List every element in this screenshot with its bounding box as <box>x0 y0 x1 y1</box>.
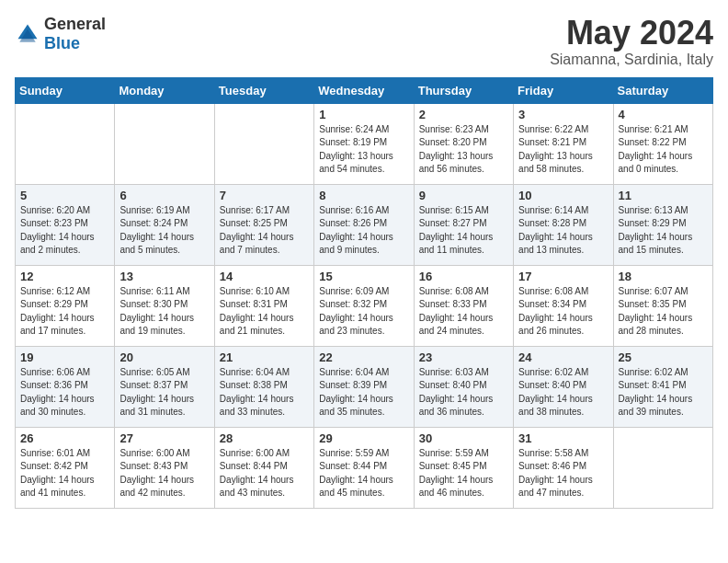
location-title: Siamanna, Sardinia, Italy <box>550 52 713 68</box>
day-number: 28 <box>220 431 309 445</box>
day-number: 21 <box>220 350 309 364</box>
day-number: 19 <box>20 350 109 364</box>
calendar-cell: 20Sunrise: 6:05 AMSunset: 8:37 PMDayligh… <box>115 346 214 427</box>
calendar-cell: 13Sunrise: 6:11 AMSunset: 8:30 PMDayligh… <box>115 265 214 346</box>
week-row-2: 5Sunrise: 6:20 AMSunset: 8:23 PMDaylight… <box>16 184 713 265</box>
week-row-5: 26Sunrise: 6:01 AMSunset: 8:42 PMDayligh… <box>16 427 713 508</box>
day-number: 10 <box>518 189 608 202</box>
month-title: May 2024 <box>550 15 713 52</box>
logo: General Blue <box>15 15 106 53</box>
calendar-cell: 2Sunrise: 6:23 AMSunset: 8:20 PMDaylight… <box>414 103 513 184</box>
title-area: May 2024 Siamanna, Sardinia, Italy <box>550 15 713 68</box>
calendar-cell: 31Sunrise: 5:58 AMSunset: 8:46 PMDayligh… <box>514 427 613 508</box>
day-number: 14 <box>220 270 309 283</box>
cell-info: Sunrise: 6:02 AMSunset: 8:40 PMDaylight:… <box>518 366 608 419</box>
calendar-cell: 16Sunrise: 6:08 AMSunset: 8:33 PMDayligh… <box>414 265 513 346</box>
calendar-cell <box>115 103 214 184</box>
calendar-cell: 4Sunrise: 6:21 AMSunset: 8:22 PMDaylight… <box>613 103 712 184</box>
weekday-header-wednesday: Wednesday <box>314 77 414 103</box>
weekday-header-sunday: Sunday <box>16 77 115 103</box>
cell-info: Sunrise: 6:01 AMSunset: 8:42 PMDaylight:… <box>20 447 109 500</box>
calendar-cell: 9Sunrise: 6:15 AMSunset: 8:27 PMDaylight… <box>414 184 513 265</box>
day-number: 15 <box>319 270 408 283</box>
calendar-body: 1Sunrise: 6:24 AMSunset: 8:19 PMDaylight… <box>16 103 713 508</box>
day-number: 8 <box>319 189 408 202</box>
calendar-cell: 17Sunrise: 6:08 AMSunset: 8:34 PMDayligh… <box>514 265 613 346</box>
calendar-cell: 3Sunrise: 6:22 AMSunset: 8:21 PMDaylight… <box>514 103 613 184</box>
cell-info: Sunrise: 6:09 AMSunset: 8:32 PMDaylight:… <box>319 285 408 339</box>
cell-info: Sunrise: 6:04 AMSunset: 8:38 PMDaylight:… <box>220 366 309 419</box>
cell-info: Sunrise: 6:10 AMSunset: 8:31 PMDaylight:… <box>220 285 309 339</box>
calendar-cell: 15Sunrise: 6:09 AMSunset: 8:32 PMDayligh… <box>314 265 414 346</box>
calendar-cell: 19Sunrise: 6:06 AMSunset: 8:36 PMDayligh… <box>16 346 115 427</box>
day-number: 24 <box>518 350 608 364</box>
weekday-header-monday: Monday <box>115 77 214 103</box>
calendar-cell: 25Sunrise: 6:02 AMSunset: 8:41 PMDayligh… <box>613 346 712 427</box>
cell-info: Sunrise: 6:07 AMSunset: 8:35 PMDaylight:… <box>619 285 708 339</box>
cell-info: Sunrise: 6:11 AMSunset: 8:30 PMDaylight:… <box>119 285 209 339</box>
cell-info: Sunrise: 6:06 AMSunset: 8:36 PMDaylight:… <box>20 366 109 419</box>
calendar-cell: 7Sunrise: 6:17 AMSunset: 8:25 PMDaylight… <box>214 184 313 265</box>
cell-info: Sunrise: 6:00 AMSunset: 8:44 PMDaylight:… <box>220 447 309 500</box>
day-number: 22 <box>319 350 408 364</box>
day-number: 26 <box>20 431 109 445</box>
day-number: 4 <box>619 108 708 121</box>
day-number: 12 <box>20 270 109 283</box>
cell-info: Sunrise: 6:02 AMSunset: 8:41 PMDaylight:… <box>619 366 708 419</box>
cell-info: Sunrise: 6:00 AMSunset: 8:43 PMDaylight:… <box>119 447 209 500</box>
cell-info: Sunrise: 6:16 AMSunset: 8:26 PMDaylight:… <box>319 204 408 258</box>
day-number: 2 <box>419 108 508 121</box>
day-number: 30 <box>419 431 508 445</box>
calendar-cell: 6Sunrise: 6:19 AMSunset: 8:24 PMDaylight… <box>115 184 214 265</box>
cell-info: Sunrise: 6:17 AMSunset: 8:25 PMDaylight:… <box>220 204 309 258</box>
cell-info: Sunrise: 6:15 AMSunset: 8:27 PMDaylight:… <box>419 204 508 258</box>
cell-info: Sunrise: 6:05 AMSunset: 8:37 PMDaylight:… <box>119 366 209 419</box>
cell-info: Sunrise: 6:08 AMSunset: 8:33 PMDaylight:… <box>419 285 508 339</box>
day-number: 18 <box>619 270 708 283</box>
calendar-cell: 23Sunrise: 6:03 AMSunset: 8:40 PMDayligh… <box>414 346 513 427</box>
calendar-cell: 11Sunrise: 6:13 AMSunset: 8:29 PMDayligh… <box>613 184 712 265</box>
cell-info: Sunrise: 6:23 AMSunset: 8:20 PMDaylight:… <box>419 123 508 177</box>
logo-blue: Blue <box>44 34 80 52</box>
day-number: 6 <box>119 189 209 202</box>
week-row-4: 19Sunrise: 6:06 AMSunset: 8:36 PMDayligh… <box>16 346 713 427</box>
cell-info: Sunrise: 6:19 AMSunset: 8:24 PMDaylight:… <box>119 204 209 258</box>
day-number: 5 <box>20 189 109 202</box>
day-number: 20 <box>119 350 209 364</box>
calendar-cell: 8Sunrise: 6:16 AMSunset: 8:26 PMDaylight… <box>314 184 414 265</box>
cell-info: Sunrise: 6:24 AMSunset: 8:19 PMDaylight:… <box>319 123 408 177</box>
calendar-cell: 22Sunrise: 6:04 AMSunset: 8:39 PMDayligh… <box>314 346 414 427</box>
header: General Blue May 2024 Siamanna, Sardinia… <box>15 15 713 68</box>
calendar-cell: 24Sunrise: 6:02 AMSunset: 8:40 PMDayligh… <box>514 346 613 427</box>
cell-info: Sunrise: 5:59 AMSunset: 8:44 PMDaylight:… <box>319 447 408 500</box>
day-number: 13 <box>119 270 209 283</box>
calendar-cell: 29Sunrise: 5:59 AMSunset: 8:44 PMDayligh… <box>314 427 414 508</box>
calendar-cell <box>214 103 313 184</box>
calendar-cell: 10Sunrise: 6:14 AMSunset: 8:28 PMDayligh… <box>514 184 613 265</box>
cell-info: Sunrise: 6:21 AMSunset: 8:22 PMDaylight:… <box>619 123 708 177</box>
calendar-cell: 26Sunrise: 6:01 AMSunset: 8:42 PMDayligh… <box>16 427 115 508</box>
calendar-cell: 14Sunrise: 6:10 AMSunset: 8:31 PMDayligh… <box>214 265 313 346</box>
calendar-cell: 18Sunrise: 6:07 AMSunset: 8:35 PMDayligh… <box>613 265 712 346</box>
cell-info: Sunrise: 6:14 AMSunset: 8:28 PMDaylight:… <box>518 204 608 258</box>
logo-general: General <box>44 15 106 33</box>
cell-info: Sunrise: 6:12 AMSunset: 8:29 PMDaylight:… <box>20 285 109 339</box>
logo-icon <box>15 21 40 47</box>
calendar-cell: 5Sunrise: 6:20 AMSunset: 8:23 PMDaylight… <box>16 184 115 265</box>
cell-info: Sunrise: 6:04 AMSunset: 8:39 PMDaylight:… <box>319 366 408 419</box>
cell-info: Sunrise: 6:13 AMSunset: 8:29 PMDaylight:… <box>619 204 708 258</box>
calendar-cell: 21Sunrise: 6:04 AMSunset: 8:38 PMDayligh… <box>214 346 313 427</box>
logo-text: General Blue <box>44 15 106 53</box>
day-number: 23 <box>419 350 508 364</box>
calendar-cell: 28Sunrise: 6:00 AMSunset: 8:44 PMDayligh… <box>214 427 313 508</box>
week-row-3: 12Sunrise: 6:12 AMSunset: 8:29 PMDayligh… <box>16 265 713 346</box>
day-number: 1 <box>319 108 408 121</box>
cell-info: Sunrise: 6:22 AMSunset: 8:21 PMDaylight:… <box>518 123 608 177</box>
day-number: 9 <box>419 189 508 202</box>
cell-info: Sunrise: 6:20 AMSunset: 8:23 PMDaylight:… <box>20 204 109 258</box>
calendar-table: SundayMondayTuesdayWednesdayThursdayFrid… <box>15 77 713 509</box>
day-number: 7 <box>220 189 309 202</box>
calendar-cell: 30Sunrise: 5:59 AMSunset: 8:45 PMDayligh… <box>414 427 513 508</box>
day-number: 17 <box>518 270 608 283</box>
weekday-header-row: SundayMondayTuesdayWednesdayThursdayFrid… <box>16 77 713 103</box>
